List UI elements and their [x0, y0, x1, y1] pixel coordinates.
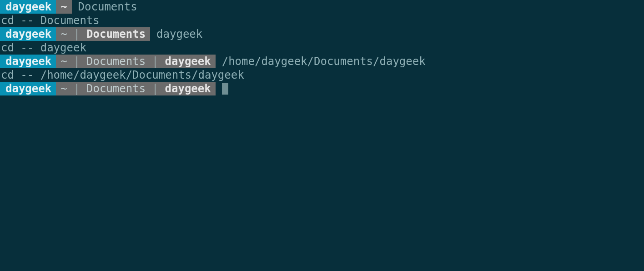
path-separator: |	[150, 55, 160, 68]
cursor	[222, 83, 228, 95]
terminal-line: daygeek~|Documents|daygeek/home/daygeek/…	[0, 55, 644, 68]
path-separator: |	[72, 27, 82, 41]
terminal-line: daygeek~|Documents|daygeek	[0, 82, 644, 95]
terminal[interactable]: daygeek~Documentscd -- Documentsdaygeek~…	[0, 0, 644, 95]
prompt-path-segment: ~	[56, 27, 71, 41]
prompt-user: daygeek	[0, 27, 56, 41]
terminal-line: daygeek~|Documentsdaygeek	[0, 27, 644, 41]
command-text: daygeek	[150, 27, 202, 41]
prompt-path-segment: Documents	[82, 55, 150, 68]
prompt-user: daygeek	[0, 55, 56, 68]
prompt-path-segment: ~	[56, 0, 71, 14]
path-separator: |	[72, 82, 82, 95]
output-text: cd -- Documents	[0, 14, 100, 27]
command-text: Documents	[72, 0, 137, 14]
prompt-user: daygeek	[0, 82, 56, 95]
command-text: /home/daygeek/Documents/daygeek	[216, 55, 426, 68]
terminal-line: daygeek~Documents	[0, 0, 644, 14]
prompt-path-segment: ~	[56, 55, 71, 68]
output-text: cd -- daygeek	[0, 41, 86, 55]
prompt-user: daygeek	[0, 0, 56, 14]
prompt-path-segment: daygeek	[161, 55, 216, 68]
path-separator: |	[150, 82, 160, 95]
path-separator: |	[72, 55, 82, 68]
terminal-line: cd -- daygeek	[0, 41, 644, 55]
terminal-line: cd -- Documents	[0, 14, 644, 27]
terminal-line: cd -- /home/daygeek/Documents/daygeek	[0, 68, 644, 82]
prompt-path-segment: daygeek	[161, 82, 216, 95]
output-text: cd -- /home/daygeek/Documents/daygeek	[0, 68, 244, 82]
prompt-path-segment: Documents	[82, 27, 150, 41]
prompt-path-segment: Documents	[82, 82, 150, 95]
prompt-path-segment: ~	[56, 82, 71, 95]
